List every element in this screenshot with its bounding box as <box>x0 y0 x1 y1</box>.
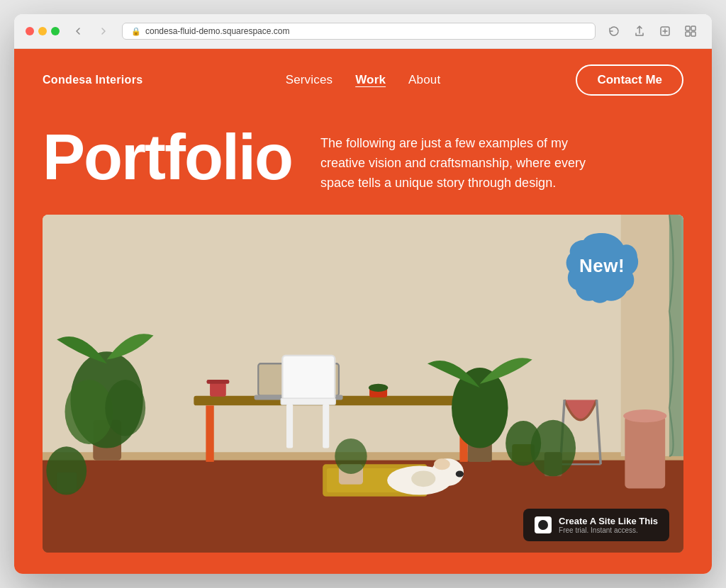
svg-rect-3 <box>686 32 690 36</box>
new-tab-button[interactable] <box>655 21 675 41</box>
squarespace-badge[interactable]: Create A Site Like This Free trial. Inst… <box>523 509 669 541</box>
svg-rect-19 <box>207 380 230 384</box>
svg-rect-1 <box>686 26 690 30</box>
svg-rect-18 <box>210 382 226 396</box>
nav-links: Services Work About <box>286 73 441 87</box>
tabs-button[interactable] <box>681 21 700 41</box>
contact-button[interactable]: Contact Me <box>576 64 683 96</box>
hero-description: The following are just a few examples of… <box>320 125 590 193</box>
svg-point-29 <box>46 446 86 494</box>
squarespace-sub-text: Free trial. Instant access. <box>559 526 658 534</box>
svg-rect-35 <box>625 416 665 488</box>
forward-button[interactable] <box>94 21 113 41</box>
svg-rect-23 <box>323 404 329 448</box>
svg-point-27 <box>105 380 145 436</box>
address-bar[interactable]: 🔒 condesa-fluid-demo.squarespace.com <box>122 23 596 40</box>
svg-point-38 <box>530 419 576 476</box>
website-content: Condesa Interiors Services Work About Co… <box>14 49 712 574</box>
reload-button[interactable] <box>604 21 624 41</box>
badge-label: New! <box>579 255 625 277</box>
hero-section: Portfolio The following are just a few e… <box>14 111 712 215</box>
svg-rect-20 <box>282 356 335 400</box>
squarespace-text: Create A Site Like This Free trial. Inst… <box>559 516 658 534</box>
browser-nav <box>68 21 113 41</box>
maximize-button[interactable] <box>51 27 60 35</box>
squarespace-main-text: Create A Site Like This <box>559 516 658 526</box>
hero-title: Portfolio <box>43 125 292 189</box>
site-logo: Condesa Interiors <box>43 74 143 86</box>
svg-point-45 <box>411 470 435 487</box>
squarespace-icon-inner <box>538 520 548 530</box>
traffic-lights <box>26 27 60 35</box>
svg-rect-12 <box>206 405 213 462</box>
svg-rect-2 <box>691 26 696 30</box>
nav-link-work[interactable]: Work <box>355 73 386 87</box>
share-button[interactable] <box>630 21 649 41</box>
svg-point-17 <box>369 383 388 391</box>
browser-window: 🔒 condesa-fluid-demo.squarespace.com <box>14 14 712 574</box>
browser-chrome: 🔒 condesa-fluid-demo.squarespace.com <box>14 14 712 49</box>
lock-icon: 🔒 <box>131 27 141 36</box>
squarespace-icon <box>535 516 552 533</box>
new-badge: New! <box>563 227 641 305</box>
nav-link-about[interactable]: About <box>408 73 440 87</box>
portfolio-image: New! Create A Site Like This Free trial.… <box>43 215 683 553</box>
close-button[interactable] <box>26 27 34 35</box>
browser-actions <box>604 21 700 41</box>
svg-rect-21 <box>281 398 335 405</box>
url-text: condesa-fluid-demo.squarespace.com <box>145 26 289 36</box>
back-button[interactable] <box>68 21 88 41</box>
svg-point-31 <box>452 368 508 448</box>
portfolio-image-section: New! Create A Site Like This Free trial.… <box>43 215 683 553</box>
site-navigation: Condesa Interiors Services Work About Co… <box>14 49 712 111</box>
svg-rect-4 <box>691 32 696 36</box>
svg-point-44 <box>456 470 464 477</box>
svg-rect-22 <box>286 404 293 448</box>
svg-point-43 <box>434 458 450 470</box>
minimize-button[interactable] <box>38 27 47 35</box>
svg-point-47 <box>335 439 367 474</box>
nav-link-services[interactable]: Services <box>286 73 333 87</box>
svg-point-36 <box>623 409 666 422</box>
